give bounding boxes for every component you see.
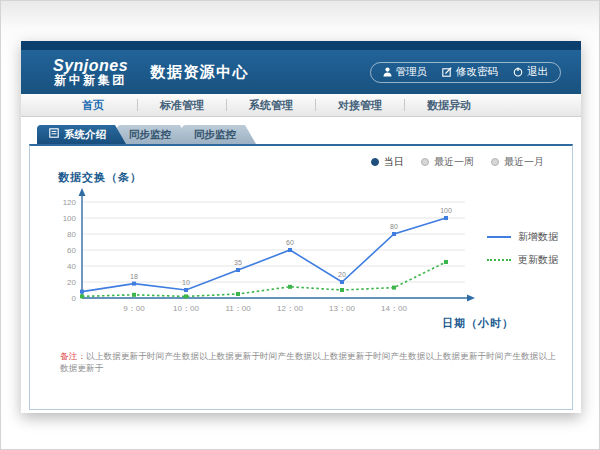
x-tick-label: 9：00 <box>123 304 145 313</box>
legend-label: 更新数据 <box>518 253 558 267</box>
chart-legend: 新增数据 更新数据 <box>487 230 558 276</box>
legend-item-new-data: 新增数据 <box>487 230 558 244</box>
data-point <box>340 280 344 284</box>
user-toolbar: 管理员 修改密码 退出 <box>370 62 562 83</box>
footnote-text: 以上数据更新于时间产生数据以上数据更新于时间产生数据以上数据更新于时间产生数据以… <box>60 351 556 373</box>
edit-icon <box>442 67 452 77</box>
logo-brand-text: Synjones <box>53 57 128 75</box>
data-point <box>236 268 240 272</box>
tab-system-intro[interactable]: 系统介绍 <box>37 125 126 144</box>
header-top-strip <box>21 41 581 50</box>
current-user-label: 管理员 <box>396 65 428 79</box>
tab-label: 系统介绍 <box>64 125 106 144</box>
data-point-label: 10 <box>182 279 190 286</box>
y-tick-label: 100 <box>63 214 77 223</box>
x-axis-arrow <box>467 295 475 302</box>
logout-button[interactable]: 退出 <box>513 65 548 79</box>
footnote: 备注：以上数据更新于时间产生数据以上数据更新于时间产生数据以上数据更新于时间产生… <box>60 351 558 375</box>
nav-item-interface-mgmt[interactable]: 对接管理 <box>316 98 404 113</box>
tab-bar: 系统介绍 同步监控 同步监控 <box>37 125 247 144</box>
app-window: Synjones 新中新集团 数据资源中心 管理员 修改密码 <box>21 41 581 413</box>
main-nav: 首页 标准管理 系统管理 对接管理 数据异动 <box>21 94 581 117</box>
x-tick-label: 10：00 <box>173 304 199 313</box>
data-point-label: 20 <box>338 271 346 278</box>
change-password-label: 修改密码 <box>456 65 498 79</box>
radio-last-month[interactable]: 最近一月 <box>491 155 544 169</box>
chart-panel: 当日 最近一周 最近一月 数据交换（条） 0204060801001209：00… <box>29 144 573 410</box>
nav-item-home[interactable]: 首页 <box>49 98 137 113</box>
data-point <box>392 286 396 290</box>
x-tick-label: 13：00 <box>329 304 355 313</box>
y-tick-label: 80 <box>67 230 76 239</box>
y-axis-title: 数据交换（条） <box>58 170 142 185</box>
radio-icon <box>371 158 379 166</box>
x-tick-label: 14：00 <box>381 304 407 313</box>
data-point <box>80 294 84 298</box>
y-tick-label: 20 <box>67 278 76 287</box>
header: Synjones 新中新集团 数据资源中心 管理员 修改密码 <box>21 50 581 94</box>
legend-line-sample <box>487 236 511 238</box>
radio-icon <box>421 158 429 166</box>
y-tick-label: 60 <box>67 246 76 255</box>
legend-item-updated-data: 更新数据 <box>487 253 558 267</box>
radio-label: 最近一月 <box>504 155 544 169</box>
power-icon <box>513 67 523 77</box>
screenshot-frame: Synjones 新中新集团 数据资源中心 管理员 修改密码 <box>0 0 600 450</box>
tab-sync-monitor-1[interactable]: 同步监控 <box>117 125 191 144</box>
data-point <box>184 288 188 292</box>
current-user-button[interactable]: 管理员 <box>383 65 428 79</box>
data-point <box>236 292 240 296</box>
x-axis-title: 日期（小时） <box>442 316 514 331</box>
tab-label: 同步监控 <box>129 125 171 144</box>
data-point-label: 80 <box>390 223 398 230</box>
y-tick-label: 120 <box>63 198 77 207</box>
data-point <box>444 260 448 264</box>
y-tick-label: 0 <box>72 294 77 303</box>
data-point-label: 35 <box>234 259 242 266</box>
nav-item-system-mgmt[interactable]: 系统管理 <box>227 98 315 113</box>
document-icon <box>49 125 59 144</box>
data-point-label: 18 <box>130 273 138 280</box>
data-point <box>132 293 136 297</box>
page-title: 数据资源中心 <box>150 63 249 82</box>
line-chart: 0204060801001209：0010：0011：0012：0013：001… <box>52 186 502 328</box>
change-password-button[interactable]: 修改密码 <box>442 65 498 79</box>
data-point <box>184 294 188 298</box>
x-tick-label: 12：00 <box>277 304 303 313</box>
logout-label: 退出 <box>527 65 548 79</box>
data-point <box>444 216 448 220</box>
y-tick-label: 40 <box>67 262 76 271</box>
radio-today[interactable]: 当日 <box>371 155 404 169</box>
radio-label: 最近一周 <box>434 155 474 169</box>
legend-line-sample <box>487 259 511 261</box>
time-range-filter: 当日 最近一周 最近一月 <box>371 155 544 169</box>
data-point-label: 60 <box>286 239 294 246</box>
data-point <box>392 232 396 236</box>
data-point-label: 100 <box>440 207 452 214</box>
data-point <box>288 248 292 252</box>
nav-item-standard-mgmt[interactable]: 标准管理 <box>138 98 226 113</box>
company-logo: Synjones 新中新集团 <box>53 57 128 88</box>
data-point <box>288 285 292 289</box>
radio-icon <box>491 158 499 166</box>
legend-label: 新增数据 <box>518 230 558 244</box>
tab-sync-monitor-2[interactable]: 同步监控 <box>182 125 256 144</box>
content-area: 系统介绍 同步监控 同步监控 当日 最近一周 <box>21 117 581 413</box>
data-point <box>80 290 84 294</box>
radio-label: 当日 <box>384 155 404 169</box>
data-point <box>340 288 344 292</box>
user-icon <box>383 67 392 77</box>
x-tick-label: 11：00 <box>225 304 251 313</box>
radio-last-week[interactable]: 最近一周 <box>421 155 474 169</box>
tab-label: 同步监控 <box>194 125 236 144</box>
logo-company-name: 新中新集团 <box>53 74 128 87</box>
y-axis-arrow <box>79 188 86 196</box>
data-point <box>132 282 136 286</box>
nav-item-data-changes[interactable]: 数据异动 <box>405 98 493 113</box>
footnote-prefix: 备注： <box>60 351 86 361</box>
